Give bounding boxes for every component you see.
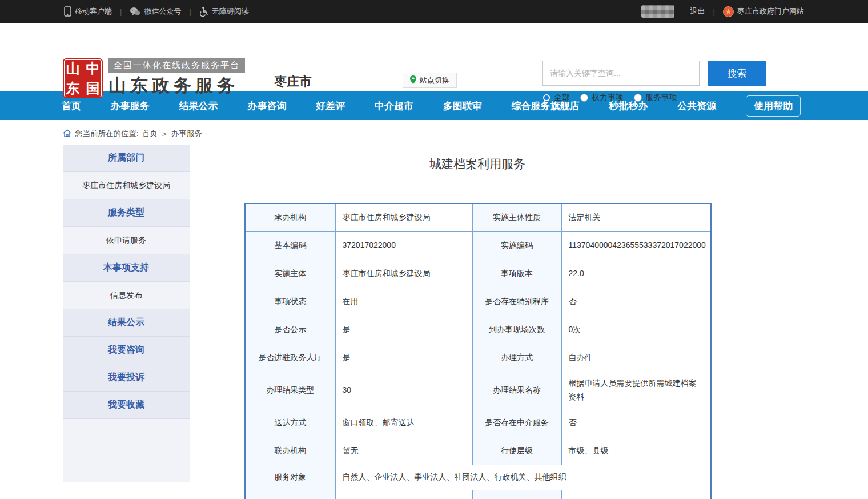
radio-icon (580, 94, 588, 102)
accessibility-link[interactable]: 无障碍阅读 (199, 6, 249, 17)
scope-label: 服务事项 (645, 93, 677, 103)
scope-radio-power-items[interactable]: 权力事项 (580, 93, 624, 103)
site-switch-button[interactable]: 站点切换 (403, 73, 457, 88)
search-button[interactable]: 搜索 (708, 61, 766, 86)
wechat-link[interactable]: 微信公众号 (130, 6, 181, 17)
portal-label: 枣庄市政府门户网站 (737, 6, 804, 17)
seal-char: 中 (86, 59, 100, 78)
field-value: 暂无 (335, 437, 472, 465)
field-value: 法定机关 (561, 203, 711, 231)
breadcrumb: 您当前所在的位置: 首页 > 办事服务 (63, 129, 868, 139)
sidebar-filler (63, 419, 190, 482)
field-label: 是否存在特别程序 (472, 288, 561, 316)
field-label: 实施编码 (472, 231, 561, 260)
table-row: 服务对象 自然人、企业法人、事业法人、社团法人、行政机关、其他组织 (245, 465, 711, 490)
breadcrumb-home[interactable]: 首页 (142, 129, 158, 139)
field-label: 办理结果类型 (245, 372, 335, 409)
table-row: 基本编码 372017022000 实施编码 11370400004236555… (245, 231, 711, 260)
seal-char: 东 (66, 79, 80, 98)
search-scope-radios: 全部 权力事项 服务事项 (542, 93, 766, 103)
field-value: 枣庄市住房和城乡建设局 (335, 260, 472, 288)
logout-link[interactable]: 退出 (690, 6, 705, 17)
sidebar-item-results[interactable]: 结果公示 (63, 309, 190, 337)
table-row: 联办机构 暂无 行使层级 市级、县级 (245, 437, 711, 465)
field-label: 办理结果名称 (472, 372, 561, 409)
radio-icon (634, 94, 642, 102)
search-area: 搜索 全部 权力事项 服务事项 (542, 61, 766, 103)
field-label (472, 490, 561, 499)
field-value: 是 (335, 344, 472, 372)
seal-char: 山 (66, 59, 80, 78)
mobile-client-label: 移动客户端 (75, 6, 112, 17)
field-label: 行使层级 (472, 437, 561, 465)
breadcrumb-separator: > (162, 130, 167, 138)
site-switch-label: 站点切换 (420, 75, 449, 86)
field-label: 办理方式 (472, 344, 561, 372)
scope-label: 全部 (554, 93, 570, 103)
field-label: 承办机构 (245, 203, 335, 231)
table-row: 是否进驻政务大厅 是 办理方式 自办件 (245, 344, 711, 372)
accessibility-icon (199, 6, 208, 17)
sidebar-item-info-publish[interactable]: 信息发布 (63, 282, 190, 309)
nav-item-multimap[interactable]: 多图联审 (443, 99, 482, 113)
accessibility-label: 无障碍阅读 (212, 6, 249, 17)
sidebar-item-support-header[interactable]: 本事项支持 (63, 254, 190, 282)
table-row: 实施主体 枣庄市住房和城乡建设局 事项版本 22.0 (245, 260, 711, 288)
sidebar-item-on-request-service[interactable]: 依申请服务 (63, 227, 190, 254)
site-header: 山 中 东 国 全国一体化在线政务服务平台 山东政务服务 枣庄市 站点切换 搜索… (0, 23, 868, 91)
platform-tagline: 全国一体化在线政务服务平台 (108, 58, 245, 73)
field-value: 根据申请人员需要提供所需城建档案资料 (561, 372, 711, 409)
field-value (561, 490, 711, 499)
sidebar-item-department-header[interactable]: 所属部门 (63, 145, 190, 172)
field-value: 1137040000423655533372017022000 (561, 231, 711, 260)
field-value: 是 (335, 316, 472, 344)
separator: | (713, 7, 715, 16)
field-label: 实施主体性质 (472, 203, 561, 231)
nav-item-services[interactable]: 办事服务 (111, 99, 150, 113)
table-row: 办理结果类型 30 办理结果名称 根据申请人员需要提供所需城建档案资料 (245, 372, 711, 409)
nav-item-rating[interactable]: 好差评 (316, 99, 345, 113)
search-input[interactable] (542, 61, 700, 86)
field-value: 0次 (561, 316, 711, 344)
field-value: 市级、县级 (561, 437, 711, 465)
table-row: 事项状态 在用 是否存在特别程序 否 (245, 288, 711, 316)
table-row: 是否公示 是 到办事现场次数 0次 (245, 316, 711, 344)
scope-label: 权力事项 (592, 93, 624, 103)
field-value (335, 490, 472, 499)
separator: | (120, 7, 122, 16)
mobile-client-link[interactable]: 移动客户端 (64, 6, 112, 17)
field-label: 事项版本 (472, 260, 561, 288)
table-row-partial (245, 490, 711, 499)
site-name: 山东政务服务 (108, 74, 245, 98)
national-emblem-icon (723, 6, 734, 17)
field-label: 实施主体 (245, 260, 335, 288)
sidebar: 所属部门 枣庄市住房和城乡建设局 服务类型 依申请服务 本事项支持 信息发布 结… (63, 145, 190, 482)
scope-radio-service-items[interactable]: 服务事项 (634, 93, 677, 103)
sidebar-item-complaint[interactable]: 我要投诉 (63, 364, 190, 392)
field-label: 是否存在中介服务 (472, 409, 561, 437)
wechat-label: 微信公众号 (144, 6, 181, 17)
table-row: 承办机构 枣庄市住房和城乡建设局 实施主体性质 法定机关 (245, 203, 711, 231)
sidebar-item-department[interactable]: 枣庄市住房和城乡建设局 (63, 172, 190, 199)
nav-item-home[interactable]: 首页 (62, 99, 81, 113)
portal-link[interactable]: 枣庄市政府门户网站 (723, 6, 804, 17)
nav-item-intermediary[interactable]: 中介超市 (375, 99, 413, 113)
sidebar-item-favorite[interactable]: 我要收藏 (63, 392, 190, 419)
breadcrumb-services[interactable]: 办事服务 (171, 129, 202, 139)
nav-item-results[interactable]: 结果公示 (179, 99, 218, 113)
sidebar-item-service-type-header[interactable]: 服务类型 (63, 199, 190, 227)
breadcrumb-prefix: 您当前所在的位置: (75, 129, 139, 139)
sidebar-item-consult[interactable]: 我要咨询 (63, 337, 190, 364)
location-pin-icon (410, 75, 416, 86)
nav-item-consult[interactable]: 办事咨询 (247, 99, 286, 113)
field-value: 22.0 (561, 260, 711, 288)
table-row: 送达方式 窗口领取、邮寄送达 是否存在中介服务 否 (245, 409, 711, 437)
separator: | (189, 7, 191, 16)
site-logo[interactable]: 山 中 东 国 全国一体化在线政务服务平台 山东政务服务 (63, 58, 245, 98)
field-value: 枣庄市住房和城乡建设局 (335, 203, 472, 231)
wechat-icon (130, 7, 140, 16)
radio-selected-icon (542, 94, 550, 102)
scope-radio-all[interactable]: 全部 (542, 93, 570, 103)
field-value: 否 (561, 409, 711, 437)
field-label: 是否进驻政务大厅 (245, 344, 335, 372)
